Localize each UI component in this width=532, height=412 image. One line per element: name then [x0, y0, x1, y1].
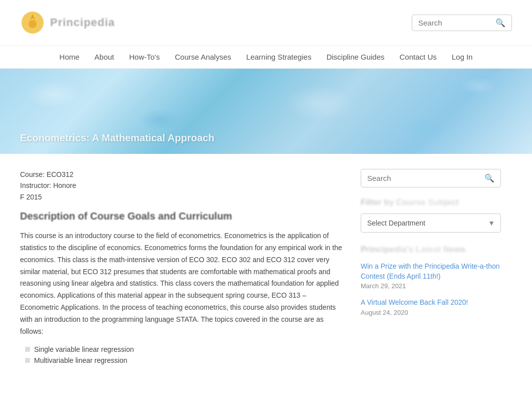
recent-post-2: A Virtual Welcome Back Fall 2020! August…	[361, 298, 501, 316]
nav-course-analyses[interactable]: Course Analyses	[175, 53, 231, 61]
site-header: Principedia 🔍	[0, 0, 532, 46]
course-subtitle: Description of Course Goals and Curricul…	[20, 211, 346, 222]
bullet-icon	[25, 347, 30, 352]
recent-post-1-date: March 29, 2021	[361, 282, 501, 290]
right-column: 🔍 Filter by Course Subject Select Depart…	[361, 169, 501, 367]
sidebar-search-bar[interactable]: 🔍	[361, 169, 501, 187]
nav-discipline-guides[interactable]: Discipline Guides	[327, 53, 385, 61]
recent-post-1: Win a Prize with the Principedia Write-a…	[361, 262, 501, 290]
topic-1: Single variable linear regression	[25, 345, 346, 353]
filter-section-title: Filter by Course Subject	[361, 197, 501, 208]
hero-title: Econometrics: A Mathematical Approach	[20, 132, 214, 144]
logo-text: Principedia	[50, 16, 115, 29]
course-id: Course: ECO312	[20, 169, 346, 180]
main-content: Course: ECO312 Instructor: Honore F 2015…	[0, 154, 532, 382]
dept-select[interactable]: Select Department	[361, 214, 501, 233]
nav-learning-strategies[interactable]: Learning Strategies	[246, 53, 312, 61]
main-nav: Home About How-To's Course Analyses Lear…	[0, 46, 532, 69]
nav-about[interactable]: About	[95, 53, 114, 61]
course-topics: Single variable linear regression Multiv…	[20, 345, 346, 364]
sidebar-search-input[interactable]	[367, 174, 484, 182]
hero-banner: Econometrics: A Mathematical Approach	[0, 69, 532, 154]
left-column: Course: ECO312 Instructor: Honore F 2015…	[20, 169, 346, 367]
course-meta: Course: ECO312 Instructor: Honore F 2015	[20, 169, 346, 202]
recent-post-2-link[interactable]: A Virtual Welcome Back Fall 2020!	[361, 298, 501, 308]
instructor: Instructor: Honore	[20, 180, 346, 191]
nav-contact-us[interactable]: Contact Us	[400, 53, 437, 61]
bullet-icon	[25, 358, 30, 363]
dept-select-wrapper: Select Department ▼	[361, 214, 501, 233]
term: F 2015	[20, 191, 346, 202]
nav-home[interactable]: Home	[60, 53, 80, 61]
recent-posts-title: Principedia's Latest News	[361, 245, 501, 255]
header-search-icon[interactable]: 🔍	[495, 18, 505, 28]
nav-login[interactable]: Log In	[452, 53, 473, 61]
header-search-bar[interactable]: 🔍	[412, 15, 512, 31]
logo-icon	[20, 10, 45, 35]
sidebar-search-icon[interactable]: 🔍	[484, 173, 494, 183]
topic-2: Multivariable linear regression	[25, 356, 346, 364]
header-search-input[interactable]	[418, 19, 495, 27]
logo-area: Principedia	[20, 10, 115, 35]
svg-point-2	[29, 20, 37, 28]
recent-post-1-link[interactable]: Win a Prize with the Principedia Write-a…	[361, 262, 501, 281]
recent-post-2-date: August 24, 2020	[361, 309, 501, 316]
nav-howtos[interactable]: How-To's	[129, 53, 160, 61]
course-description: This course is an introductory course to…	[20, 230, 346, 337]
